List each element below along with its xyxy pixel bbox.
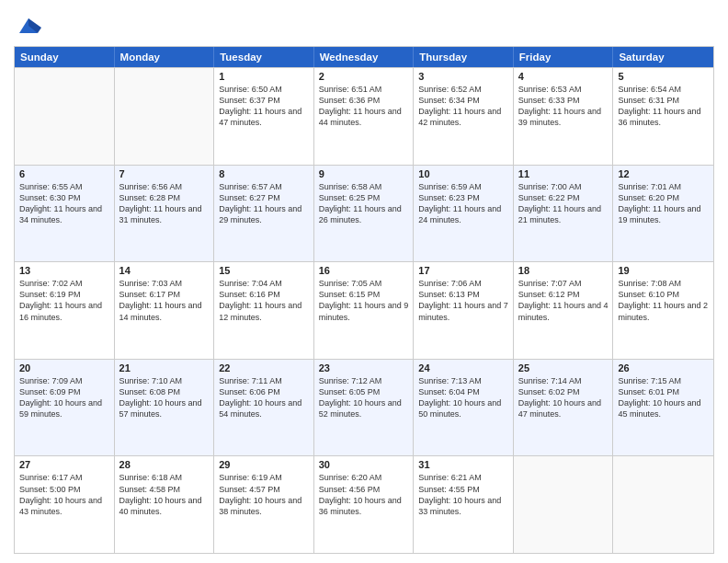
day-number: 14: [119, 265, 210, 276]
day-number: 30: [319, 459, 409, 470]
cal-cell: 14Sunrise: 7:03 AM Sunset: 6:17 PM Dayli…: [115, 262, 215, 359]
day-number: 9: [319, 168, 409, 179]
cal-cell: [15, 68, 115, 165]
cell-info: Sunrise: 6:18 AM Sunset: 4:58 PM Dayligh…: [119, 472, 210, 517]
cal-cell: 19Sunrise: 7:08 AM Sunset: 6:10 PM Dayli…: [613, 262, 713, 359]
cell-info: Sunrise: 7:00 AM Sunset: 6:22 PM Dayligh…: [518, 181, 609, 226]
cell-info: Sunrise: 7:01 AM Sunset: 6:20 PM Dayligh…: [618, 181, 709, 226]
cal-cell: 12Sunrise: 7:01 AM Sunset: 6:20 PM Dayli…: [613, 166, 713, 262]
cal-cell: 15Sunrise: 7:04 AM Sunset: 6:16 PM Dayli…: [214, 262, 314, 359]
calendar-body: 1Sunrise: 6:50 AM Sunset: 6:37 PM Daylig…: [15, 67, 713, 553]
cal-cell: 10Sunrise: 6:59 AM Sunset: 6:23 PM Dayli…: [414, 166, 514, 262]
day-number: 23: [319, 362, 409, 373]
cal-cell: 27Sunrise: 6:17 AM Sunset: 5:00 PM Dayli…: [15, 456, 115, 553]
cell-info: Sunrise: 6:52 AM Sunset: 6:34 PM Dayligh…: [418, 84, 508, 129]
cal-cell: 1Sunrise: 6:50 AM Sunset: 6:37 PM Daylig…: [214, 68, 314, 165]
cal-cell: 11Sunrise: 7:00 AM Sunset: 6:22 PM Dayli…: [514, 166, 614, 262]
day-number: 2: [319, 71, 409, 82]
cal-cell: 9Sunrise: 6:58 AM Sunset: 6:25 PM Daylig…: [314, 166, 415, 262]
day-number: 8: [219, 168, 309, 179]
cell-info: Sunrise: 6:19 AM Sunset: 4:57 PM Dayligh…: [219, 472, 309, 517]
cal-cell: 21Sunrise: 7:10 AM Sunset: 6:08 PM Dayli…: [115, 360, 215, 456]
day-number: 19: [618, 265, 709, 276]
day-number: 1: [219, 71, 309, 82]
cal-cell: 23Sunrise: 7:12 AM Sunset: 6:05 PM Dayli…: [314, 360, 415, 456]
page: SundayMondayTuesdayWednesdayThursdayFrid…: [0, 0, 728, 563]
cell-info: Sunrise: 6:56 AM Sunset: 6:28 PM Dayligh…: [119, 181, 210, 226]
cell-info: Sunrise: 6:21 AM Sunset: 4:55 PM Dayligh…: [418, 472, 508, 517]
day-number: 10: [418, 168, 508, 179]
cell-info: Sunrise: 6:51 AM Sunset: 6:36 PM Dayligh…: [319, 84, 409, 129]
cal-week-row: 13Sunrise: 7:02 AM Sunset: 6:19 PM Dayli…: [15, 261, 713, 359]
cal-cell: 13Sunrise: 7:02 AM Sunset: 6:19 PM Dayli…: [15, 262, 115, 359]
cell-info: Sunrise: 7:06 AM Sunset: 6:13 PM Dayligh…: [418, 278, 508, 323]
day-number: 15: [219, 265, 309, 276]
day-number: 27: [19, 459, 109, 470]
day-number: 17: [418, 265, 508, 276]
cal-cell: 17Sunrise: 7:06 AM Sunset: 6:13 PM Dayli…: [414, 262, 514, 359]
cell-info: Sunrise: 7:10 AM Sunset: 6:08 PM Dayligh…: [119, 375, 210, 420]
day-number: 31: [418, 459, 508, 470]
cal-header-cell: Friday: [514, 47, 614, 67]
cal-header-cell: Saturday: [613, 47, 713, 67]
cal-cell: 8Sunrise: 6:57 AM Sunset: 6:27 PM Daylig…: [214, 166, 314, 262]
cal-cell: 22Sunrise: 7:11 AM Sunset: 6:06 PM Dayli…: [214, 360, 314, 456]
cal-cell: [514, 456, 614, 553]
cell-info: Sunrise: 6:57 AM Sunset: 6:27 PM Dayligh…: [219, 181, 309, 226]
cal-header-cell: Thursday: [414, 47, 514, 67]
cell-info: Sunrise: 6:50 AM Sunset: 6:37 PM Dayligh…: [219, 84, 309, 129]
cal-cell: 28Sunrise: 6:18 AM Sunset: 4:58 PM Dayli…: [115, 456, 215, 553]
day-number: 26: [618, 362, 709, 373]
cell-info: Sunrise: 7:13 AM Sunset: 6:04 PM Dayligh…: [418, 375, 508, 420]
day-number: 7: [119, 168, 210, 179]
cal-cell: 6Sunrise: 6:55 AM Sunset: 6:30 PM Daylig…: [15, 166, 115, 262]
day-number: 28: [119, 459, 210, 470]
cell-info: Sunrise: 6:58 AM Sunset: 6:25 PM Dayligh…: [319, 181, 409, 226]
logo-icon: [16, 13, 41, 39]
cal-week-row: 20Sunrise: 7:09 AM Sunset: 6:09 PM Dayli…: [15, 359, 713, 456]
cal-cell: 3Sunrise: 6:52 AM Sunset: 6:34 PM Daylig…: [414, 68, 514, 165]
day-number: 25: [518, 362, 609, 373]
day-number: 3: [418, 71, 508, 82]
cell-info: Sunrise: 6:20 AM Sunset: 4:56 PM Dayligh…: [319, 472, 409, 517]
cell-info: Sunrise: 7:15 AM Sunset: 6:01 PM Dayligh…: [618, 375, 709, 420]
cell-info: Sunrise: 7:14 AM Sunset: 6:02 PM Dayligh…: [518, 375, 609, 420]
day-number: 16: [319, 265, 409, 276]
cell-info: Sunrise: 6:54 AM Sunset: 6:31 PM Dayligh…: [618, 84, 709, 129]
day-number: 21: [119, 362, 210, 373]
cal-week-row: 6Sunrise: 6:55 AM Sunset: 6:30 PM Daylig…: [15, 165, 713, 262]
cal-cell: 2Sunrise: 6:51 AM Sunset: 6:36 PM Daylig…: [314, 68, 415, 165]
cal-cell: 24Sunrise: 7:13 AM Sunset: 6:04 PM Dayli…: [414, 360, 514, 456]
day-number: 5: [618, 71, 709, 82]
cell-info: Sunrise: 7:05 AM Sunset: 6:15 PM Dayligh…: [319, 278, 409, 323]
cell-info: Sunrise: 7:02 AM Sunset: 6:19 PM Dayligh…: [19, 278, 109, 323]
day-number: 20: [19, 362, 109, 373]
calendar-header-row: SundayMondayTuesdayWednesdayThursdayFrid…: [15, 47, 713, 67]
day-number: 4: [518, 71, 609, 82]
cal-week-row: 1Sunrise: 6:50 AM Sunset: 6:37 PM Daylig…: [15, 67, 713, 165]
cal-cell: 7Sunrise: 6:56 AM Sunset: 6:28 PM Daylig…: [115, 166, 215, 262]
logo: [14, 13, 41, 39]
cell-info: Sunrise: 7:07 AM Sunset: 6:12 PM Dayligh…: [518, 278, 609, 323]
cal-header-cell: Sunday: [15, 47, 115, 67]
cell-info: Sunrise: 7:04 AM Sunset: 6:16 PM Dayligh…: [219, 278, 309, 323]
cell-info: Sunrise: 7:12 AM Sunset: 6:05 PM Dayligh…: [319, 375, 409, 420]
cell-info: Sunrise: 7:03 AM Sunset: 6:17 PM Dayligh…: [119, 278, 210, 323]
cal-cell: 18Sunrise: 7:07 AM Sunset: 6:12 PM Dayli…: [514, 262, 614, 359]
header: [14, 9, 714, 39]
cal-cell: 30Sunrise: 6:20 AM Sunset: 4:56 PM Dayli…: [314, 456, 415, 553]
cal-cell: 25Sunrise: 7:14 AM Sunset: 6:02 PM Dayli…: [514, 360, 614, 456]
cell-info: Sunrise: 6:17 AM Sunset: 5:00 PM Dayligh…: [19, 472, 109, 517]
cal-cell: 26Sunrise: 7:15 AM Sunset: 6:01 PM Dayli…: [613, 360, 713, 456]
cal-cell: 5Sunrise: 6:54 AM Sunset: 6:31 PM Daylig…: [613, 68, 713, 165]
cell-info: Sunrise: 6:55 AM Sunset: 6:30 PM Dayligh…: [19, 181, 109, 226]
calendar: SundayMondayTuesdayWednesdayThursdayFrid…: [14, 46, 714, 554]
cell-info: Sunrise: 7:11 AM Sunset: 6:06 PM Dayligh…: [219, 375, 309, 420]
day-number: 13: [19, 265, 109, 276]
day-number: 22: [219, 362, 309, 373]
cal-cell: 4Sunrise: 6:53 AM Sunset: 6:33 PM Daylig…: [514, 68, 614, 165]
cal-cell: 20Sunrise: 7:09 AM Sunset: 6:09 PM Dayli…: [15, 360, 115, 456]
cal-cell: 29Sunrise: 6:19 AM Sunset: 4:57 PM Dayli…: [214, 456, 314, 553]
day-number: 6: [19, 168, 109, 179]
cal-header-cell: Monday: [115, 47, 215, 67]
